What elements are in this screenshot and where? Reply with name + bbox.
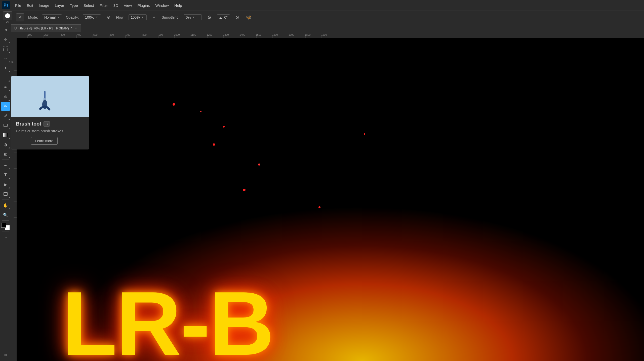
flow-label: Flow: [116,15,124,19]
learn-more-button[interactable]: Learn more [31,137,58,145]
tab-bar: Untitled-2 @ 76% (LR - PS , RGB/8#) * × [11,24,644,32]
menu-select[interactable]: Select [81,2,97,9]
hand-tool[interactable]: ✋ [1,201,10,210]
zoom-tool[interactable]: 🔍 [1,210,10,219]
menu-layer[interactable]: Layer [52,2,67,9]
spark-6 [243,189,246,191]
blur-tool[interactable]: ◑ [1,140,10,149]
canvas-area[interactable]: LR-B [17,38,644,361]
lasso-icon: ⌓ [4,56,7,61]
shape-tool[interactable] [1,189,10,198]
eraser-tool[interactable] [1,121,10,130]
left-toolbar: ◀ ✛ ⌓ ✦ ⌗ ✒ ⊕ ✏ ✐ ◑ [0,24,11,361]
quick-select-tool[interactable]: ✦ [1,63,10,72]
svg-text:1000: 1000 [174,33,180,36]
menu-type[interactable]: Type [67,2,80,9]
svg-rect-0 [11,32,644,38]
flow-icon-btn[interactable]: ⌖ [151,14,158,21]
path-selection-tool[interactable]: ▶ [1,180,10,189]
flow-value: 100% [131,15,140,19]
dodge-tool[interactable]: ◐ [1,149,10,158]
collapse-panels-btn[interactable]: ◀ [1,25,10,34]
angle-icon: ∠ [219,15,222,19]
menu-view[interactable]: View [121,2,134,9]
color-swatches[interactable] [1,223,10,230]
svg-text:100: 100 [11,61,14,63]
svg-rect-57 [11,76,89,117]
smoothing-input[interactable]: 0% ▼ [184,14,202,20]
spark-5 [364,133,365,135]
brush-mode-icon: ✐ [19,15,22,20]
smoothing-chevron-icon: ▼ [192,16,195,19]
marquee-tool[interactable] [1,44,10,53]
pen-tool[interactable]: ✒ [1,161,10,170]
spark-8 [318,206,320,208]
brush-size-display: 20 [6,20,9,23]
crop-tool[interactable]: ⌗ [1,73,10,82]
stylus-pressure-icon: ⌖ [153,15,155,20]
smoothing-value: 0% [186,15,191,19]
menu-window[interactable]: Window [153,2,171,9]
spark-7 [200,111,202,112]
svg-text:100: 100 [28,33,32,36]
opacity-chevron-icon: ▼ [96,16,98,19]
svg-text:600: 600 [110,33,114,36]
svg-text:1300: 1300 [223,33,229,36]
bottom-tool-btn[interactable]: ⊞ [1,350,10,359]
svg-text:1700: 1700 [289,33,294,36]
clone-stamp-icon: ✐ [4,113,7,118]
opacity-label: Opacity: [66,15,79,19]
clone-stamp-tool[interactable]: ✐ [1,111,10,120]
healing-brush-tool[interactable]: ⊕ [1,92,10,101]
gradient-tool[interactable] [1,130,10,139]
brush-mode-button[interactable]: ✐ [16,13,24,21]
menu-help[interactable]: Help [172,2,185,9]
opacity-input[interactable]: 100% ▼ [83,14,101,20]
brush-tool[interactable]: ✏ [1,102,10,111]
eyedropper-tool[interactable]: ✒ [1,83,10,92]
flow-input[interactable]: 100% ▼ [129,14,147,20]
move-tool[interactable]: ✛ [1,35,10,44]
menu-filter[interactable]: Filter [97,2,110,9]
airbrush-toggle[interactable]: ⊙ [105,14,112,21]
menu-3d[interactable]: 3D [111,2,121,9]
symmetry-btn[interactable]: ⊗ [234,14,241,21]
quick-select-icon: ✦ [4,66,7,70]
mode-chevron-icon: ▼ [57,16,60,19]
svg-text:500: 500 [93,33,98,36]
ruler-corner [11,32,17,38]
tooltip-title-row: Brush tool B [16,121,84,127]
flow-chevron-icon: ▼ [141,16,144,19]
smoothing-settings-btn[interactable]: ⚙ [206,14,213,21]
menu-file[interactable]: File [13,2,24,9]
more-tools-btn[interactable]: ··· [1,232,10,242]
svg-text:1600: 1600 [272,33,278,36]
spark-4 [258,164,260,166]
toolbar-separator-2 [2,199,9,200]
menu-edit[interactable]: Edit [24,2,36,9]
text-tool[interactable]: T [1,170,10,179]
lasso-tool[interactable]: ⌓ [1,54,10,63]
svg-text:1100: 1100 [190,33,196,36]
brush-circle-preview [5,13,10,18]
svg-text:1500: 1500 [256,33,262,36]
tab-close-button[interactable]: × [74,27,78,30]
extra-icon: 🦋 [246,15,251,20]
document-tab[interactable]: Untitled-2 @ 76% (LR - PS , RGB/8#) * × [11,24,81,32]
move-icon: ✛ [4,37,7,42]
extra-btn[interactable]: 🦋 [245,14,252,21]
path-selection-icon: ▶ [4,182,7,187]
svg-text:800: 800 [142,33,147,36]
tooltip-body: Brush tool B Paints custom brush strokes… [11,117,89,149]
tooltip-preview-area [11,76,89,117]
angle-display[interactable]: ∠ 0° [217,14,230,20]
shape-icon [4,192,8,196]
healing-brush-icon: ⊕ [4,94,7,99]
brush-preview[interactable] [3,11,12,20]
hand-icon: ✋ [3,203,8,208]
mode-dropdown[interactable]: Normal ▼ [42,14,62,20]
menu-image[interactable]: Image [36,2,52,9]
svg-text:900: 900 [159,33,163,36]
menu-plugins[interactable]: Plugins [135,2,152,9]
marquee-icon [3,47,8,51]
